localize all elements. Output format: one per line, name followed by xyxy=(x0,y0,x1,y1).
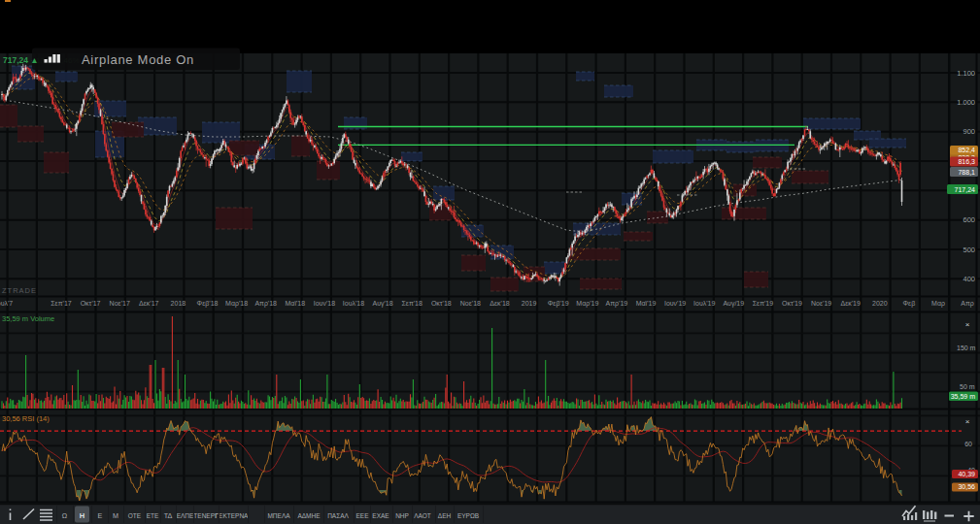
svg-text:ΕΛΠΕ: ΕΛΠΕ xyxy=(177,512,194,519)
svg-text:Σεπ'19: Σεπ'19 xyxy=(753,300,774,307)
svg-text:717,24: 717,24 xyxy=(955,186,976,193)
svg-text:ΝΗΡ: ΝΗΡ xyxy=(395,512,409,519)
svg-text:717,24 ▲: 717,24 ▲ xyxy=(3,55,39,65)
svg-text:Νοε'18: Νοε'18 xyxy=(460,300,481,307)
svg-text:Ιουλ'18: Ιουλ'18 xyxy=(343,300,364,307)
svg-text:ΖΤRADE: ΖΤRADE xyxy=(2,286,37,295)
svg-text:Μαρ: Μαρ xyxy=(931,300,945,308)
svg-text:×: × xyxy=(965,417,970,426)
svg-text:ΑΔΜΗΕ: ΑΔΜΗΕ xyxy=(297,512,321,519)
svg-text:ΜΠΕΛΑ: ΜΠΕΛΑ xyxy=(267,512,290,519)
svg-text:2020: 2020 xyxy=(872,300,888,307)
svg-text:Νοε'17: Νοε'17 xyxy=(110,300,130,307)
svg-text:ΕΤΕ: ΕΤΕ xyxy=(147,512,159,519)
svg-text:30,56: 30,56 xyxy=(958,483,975,490)
svg-text:ΕΧΑΕ: ΕΧΑΕ xyxy=(372,512,389,519)
svg-text:35,59 m: 35,59 m xyxy=(951,393,975,400)
svg-text:600: 600 xyxy=(963,215,975,224)
svg-text:Αυγ'18: Αυγ'18 xyxy=(373,300,393,308)
svg-text:×: × xyxy=(965,320,970,329)
svg-text:60: 60 xyxy=(964,441,972,447)
svg-text:Οκτ'19: Οκτ'19 xyxy=(782,300,802,307)
svg-text:Οκτ'18: Οκτ'18 xyxy=(431,300,452,307)
svg-text:Φεβ'19: Φεβ'19 xyxy=(548,300,569,308)
svg-text:ΕΥΡΩΒ: ΕΥΡΩΒ xyxy=(457,512,479,519)
svg-text:2018: 2018 xyxy=(171,300,186,307)
svg-text:Δεκ'19: Δεκ'19 xyxy=(840,300,861,307)
svg-text:Δεκ'17: Δεκ'17 xyxy=(139,300,159,307)
svg-text:Ιουλ'19: Ιουλ'19 xyxy=(693,300,715,307)
svg-text:ΛΑΟΤ: ΛΑΟΤ xyxy=(414,512,431,519)
svg-text:50 m: 50 m xyxy=(960,383,975,390)
svg-text:Οκτ'17: Οκτ'17 xyxy=(81,300,101,307)
svg-text:Η: Η xyxy=(80,511,84,520)
svg-text:500: 500 xyxy=(963,246,975,254)
svg-text:400: 400 xyxy=(963,275,975,283)
svg-text:ΟΤΕ: ΟΤΕ xyxy=(128,512,142,519)
svg-text:Απρ'18: Απρ'18 xyxy=(254,300,277,308)
svg-text:788,1: 788,1 xyxy=(958,169,975,176)
svg-text:Airplane Mode On: Airplane Mode On xyxy=(82,52,194,67)
svg-text:Ιουν'18: Ιουν'18 xyxy=(314,300,335,307)
svg-text:40,39: 40,39 xyxy=(958,471,975,477)
svg-text:Φεβ'18: Φεβ'18 xyxy=(197,300,219,308)
svg-text:30,56 RSI (14): 30,56 RSI (14) xyxy=(2,414,50,423)
svg-text:Ω: Ω xyxy=(62,511,68,520)
svg-text:Απρ: Απρ xyxy=(961,300,973,308)
svg-text:Απρ'19: Απρ'19 xyxy=(606,300,628,308)
svg-text:Δεκ'18: Δεκ'18 xyxy=(490,300,510,307)
svg-text:ΔΕΗ: ΔΕΗ xyxy=(438,512,452,519)
svg-text:1.000: 1.000 xyxy=(957,98,975,107)
svg-text:Αυγ/19: Αυγ/19 xyxy=(723,300,744,308)
svg-text:35,59 m Volume: 35,59 m Volume xyxy=(2,314,54,323)
svg-text:Μαϊ'19: Μαϊ'19 xyxy=(636,300,657,307)
svg-text:Σεπ'18: Σεπ'18 xyxy=(401,300,422,307)
svg-text:Μαρ'18: Μαρ'18 xyxy=(225,300,248,308)
svg-text:816,3: 816,3 xyxy=(958,158,975,165)
svg-text:852,4: 852,4 xyxy=(958,147,975,153)
svg-text:900: 900 xyxy=(963,127,975,136)
svg-text:ΕΕΕ: ΕΕΕ xyxy=(355,512,369,519)
svg-text:Ε: Ε xyxy=(98,511,103,520)
svg-text:150 m: 150 m xyxy=(957,344,976,351)
svg-text:ΤΔ: ΤΔ xyxy=(164,511,173,520)
svg-text:Μαρ'19: Μαρ'19 xyxy=(576,300,598,308)
svg-text:ΠΑΣΑΛ: ΠΑΣΑΛ xyxy=(327,512,349,519)
svg-text:2019: 2019 xyxy=(522,300,537,307)
svg-text:Μ: Μ xyxy=(113,511,118,520)
svg-text:Μαϊ'18: Μαϊ'18 xyxy=(286,300,306,307)
svg-text:Φεβ: Φεβ xyxy=(903,300,916,308)
svg-text:Σεπ'17: Σεπ'17 xyxy=(51,300,72,307)
svg-text:ουλ'7: ουλ'7 xyxy=(0,300,13,307)
svg-text:Ιουν'19: Ιουν'19 xyxy=(664,300,686,307)
svg-text:ΓΕΚΤΕΡΝΑ: ΓΕΚΤΕΡΝΑ xyxy=(216,512,250,519)
svg-text:1.100: 1.100 xyxy=(957,69,975,78)
svg-text:Νοε'19: Νοε'19 xyxy=(811,300,831,307)
